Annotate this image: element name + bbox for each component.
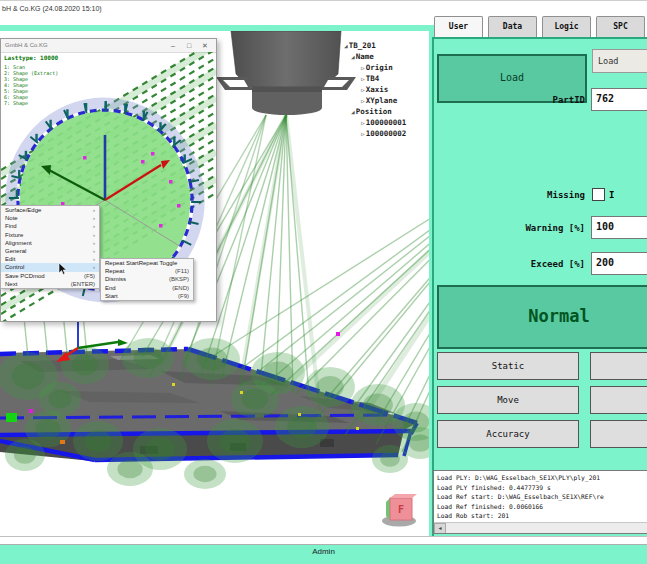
- status-user: Admin: [312, 547, 335, 556]
- feature-tree: ◢TB_201 ◢Name ▷Origin ▷TB4 ▷Xaxis ▷XYpla…: [344, 40, 430, 139]
- load-more-button[interactable]: Load: [592, 49, 647, 73]
- legend-line: Lasttype: 10000: [4, 55, 58, 61]
- view-cube-front-label: F: [398, 504, 404, 515]
- window-top-border: [0, 0, 647, 1]
- tree-item[interactable]: ▷100000002: [344, 128, 430, 139]
- menu-item-general[interactable]: General›: [1, 247, 99, 255]
- missing-checkbox-label: I: [609, 190, 614, 200]
- expander-icon[interactable]: ◢: [351, 108, 355, 115]
- mouse-cursor-icon: [58, 263, 67, 275]
- tree-item-label: Position: [356, 107, 392, 116]
- expander-icon[interactable]: ▷: [361, 86, 365, 93]
- menu-item-edit[interactable]: Edit›: [1, 255, 99, 263]
- tree-root[interactable]: ◢TB_201: [344, 40, 430, 51]
- menu-item-save-pcdmod[interactable]: Save PCDmod(F5): [1, 272, 99, 280]
- log-line: Load PLY finished: 0.4477739 s: [437, 483, 604, 493]
- tree-item-label: TB4: [366, 74, 380, 83]
- tree-item[interactable]: ▷Xaxis: [344, 84, 430, 95]
- expander-icon[interactable]: ▷: [361, 130, 365, 137]
- status-bar: Admin: [0, 544, 647, 559]
- application-window: bH & Co.KG (24.08.2020 15:10): [0, 0, 647, 564]
- warning-field[interactable]: 100: [591, 216, 647, 239]
- tab-user[interactable]: User: [434, 16, 483, 37]
- submenu-arrow-icon: ›: [93, 223, 95, 229]
- maximize-icon[interactable]: □: [182, 40, 196, 51]
- menu-item-alignment[interactable]: Alignment›: [1, 239, 99, 247]
- expander-icon[interactable]: ▷: [361, 119, 365, 126]
- close-icon[interactable]: ✕: [198, 40, 212, 51]
- exceed-label: Exceed [%]: [470, 259, 585, 269]
- tree-root-label: TB_201: [349, 41, 376, 50]
- log-line: Load Ref finished: 0.0060166: [437, 502, 604, 512]
- menu-item-next[interactable]: Next(ENTER): [1, 280, 99, 288]
- scan-legend: Lasttype: 10000 1: Scan 2: Shape (Extrac…: [4, 55, 58, 106]
- status-normal-button[interactable]: Normal: [437, 285, 647, 349]
- tab-spc[interactable]: SPC: [596, 16, 645, 37]
- tree-item-label: Origin: [366, 63, 393, 72]
- tree-item[interactable]: ▷Origin: [344, 62, 430, 73]
- menu-item-fixture[interactable]: Fixture›: [1, 231, 99, 239]
- tree-item[interactable]: ▷XYplane: [344, 95, 430, 106]
- warning-label: Warning [%]: [470, 223, 585, 233]
- cut-button-3[interactable]: [590, 420, 647, 448]
- submenu-item-end[interactable]: End(END): [101, 284, 193, 292]
- submenu-item-repeat[interactable]: Repeat(F11): [101, 267, 193, 275]
- expander-icon[interactable]: ▷: [361, 75, 365, 82]
- submenu-arrow-icon: ›: [93, 264, 95, 270]
- tree-item[interactable]: ▷TB4: [344, 73, 430, 84]
- minimize-icon[interactable]: –: [166, 40, 180, 51]
- 3d-viewport[interactable]: F GmbH & Co.KG – □ ✕: [0, 31, 429, 536]
- cut-button-1[interactable]: [590, 352, 647, 380]
- tree-item[interactable]: ▷100000001: [344, 117, 430, 128]
- tree-item[interactable]: ◢Name: [344, 51, 430, 62]
- inner-window-titlebar[interactable]: GmbH & Co.KG – □ ✕: [1, 39, 216, 53]
- submenu-item-start[interactable]: Start(F9): [101, 292, 193, 300]
- partid-field[interactable]: 762: [591, 88, 647, 111]
- tree-item-label: 100000001: [366, 118, 407, 127]
- window-title: bH & Co.KG (24.08.2020 15:10): [2, 5, 102, 12]
- tree-item-label: Name: [356, 52, 374, 61]
- context-menu: Surface/Edge› Note› Find› Fixture› Align…: [0, 205, 100, 289]
- expander-icon[interactable]: ▷: [361, 97, 365, 104]
- log-horizontal-scrollbar[interactable]: ◂: [434, 522, 647, 533]
- cut-button-2[interactable]: [590, 386, 647, 414]
- menu-item-surface-edge[interactable]: Surface/Edge›: [1, 206, 99, 214]
- missing-label: Missing: [480, 190, 585, 200]
- expander-icon[interactable]: ◢: [351, 53, 355, 60]
- log-output[interactable]: Load PLY: D:\WAG_Esselbach_SE1X\PLY\ply_…: [433, 470, 647, 534]
- submenu-item-repeat-mode[interactable]: Repeat StartRepeat Toggle: [101, 259, 193, 267]
- submenu-arrow-icon: ›: [93, 240, 95, 246]
- tree-item-label: 100000002: [366, 129, 407, 138]
- menu-item-note[interactable]: Note›: [1, 214, 99, 222]
- submenu-arrow-icon: ›: [93, 256, 95, 262]
- log-line: Load PLY: D:\WAG_Esselbach_SE1X\PLY\ply_…: [437, 473, 604, 483]
- inner-window-title: GmbH & Co.KG: [5, 42, 48, 48]
- submenu-arrow-icon: ›: [93, 215, 95, 221]
- submenu-arrow-icon: ›: [93, 207, 95, 213]
- view-cube[interactable]: F: [382, 494, 417, 527]
- legend-line: 7: Shape: [4, 100, 58, 106]
- frame-band-bottom: [0, 558, 647, 564]
- expander-icon[interactable]: ▷: [361, 64, 365, 71]
- static-button[interactable]: Static: [437, 352, 579, 380]
- log-line: Load Rob start: 201: [437, 511, 604, 521]
- accuracy-button[interactable]: Accuracy: [437, 420, 579, 448]
- move-button[interactable]: Move: [437, 386, 579, 414]
- scroll-left-icon[interactable]: ◂: [434, 523, 446, 534]
- partid-label: PartID: [480, 95, 585, 105]
- missing-checkbox[interactable]: [592, 188, 605, 201]
- submenu-arrow-icon: ›: [93, 248, 95, 254]
- context-submenu: Repeat StartRepeat Toggle Repeat(F11) Di…: [100, 258, 194, 301]
- exceed-field[interactable]: 200: [591, 252, 647, 275]
- submenu-item-dismiss[interactable]: Dismiss(BKSP): [101, 275, 193, 283]
- tree-item-label: XYplane: [366, 96, 398, 105]
- submenu-arrow-icon: ›: [93, 232, 95, 238]
- log-line: Load Ref start: D:\WAG_Esselbach_SE1X\RE…: [437, 492, 604, 502]
- expander-icon[interactable]: ◢: [344, 42, 348, 49]
- menu-item-control[interactable]: Control›: [1, 263, 99, 271]
- menu-item-find[interactable]: Find›: [1, 222, 99, 230]
- tab-data[interactable]: Data: [488, 16, 537, 37]
- tab-logic[interactable]: Logic: [542, 16, 591, 37]
- tree-item[interactable]: ◢Position: [344, 106, 430, 117]
- tree-item-label: Xaxis: [366, 85, 389, 94]
